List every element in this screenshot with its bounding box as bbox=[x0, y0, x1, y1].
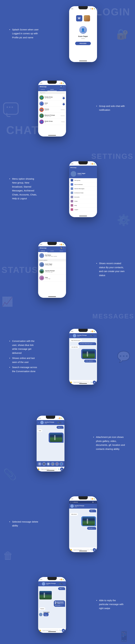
status-screen: WhatsApp ✏️ ⋮ STATUS CHATS CALLS bbox=[38, 246, 66, 298]
chat-messages: Hey! ✓✓ Hello bbox=[36, 425, 64, 461]
msg-image bbox=[50, 433, 62, 442]
reply-phone: 9:41 ▪▪ 📶 🔋 ← Aashka Primaya online 📹 📞 … bbox=[38, 577, 66, 633]
status-phone: 9:41 ▪▪ 📶 🔋 WhatsApp ✏️ ⋮ STATUS CHATS C… bbox=[38, 242, 66, 298]
msg-in: Thanks! bbox=[39, 608, 46, 610]
menu-item-logout[interactable]: Logout bbox=[69, 208, 97, 212]
my-status-info: My Status Tap to add status update bbox=[45, 254, 65, 257]
attach-gif[interactable]: 🎭 bbox=[51, 462, 54, 466]
msg-image bbox=[82, 350, 95, 358]
send-button[interactable]: ▶ bbox=[60, 468, 64, 471]
section-status: STATUS 📈 9:41 ▪▪ 📶 🔋 WhatsApp ✏️ ⋮ STAT bbox=[0, 230, 135, 310]
tab-chats[interactable]: CHATS bbox=[48, 250, 57, 252]
msg-in-1: I am also fine. bbox=[70, 346, 79, 348]
msg-out: Hey! ✓✓ bbox=[89, 510, 96, 512]
chat-meta: 10:30 3 bbox=[62, 96, 65, 99]
tab-status[interactable]: STATUS bbox=[38, 250, 48, 252]
login-phone: 9:41 ▪▪▪ 📶 🔋 W 👤 Azam Sagar Online PROCE… bbox=[69, 6, 97, 62]
tab-chats[interactable]: CHATS bbox=[48, 88, 57, 91]
message-icon: 💬 bbox=[117, 350, 130, 363]
menu-user-name: Azam Sagar Available bbox=[78, 173, 86, 175]
chat-item-2[interactable]: 👥 Friends Haha lol Yesterday bbox=[38, 107, 66, 113]
status-description: Shoes recent created status By your cont… bbox=[96, 261, 127, 278]
topbar-icons: 📹 📞 ⋮ bbox=[90, 335, 96, 336]
msg-in-image bbox=[39, 591, 52, 600]
menu-item-help[interactable]: Help bbox=[69, 203, 97, 208]
proceed-button[interactable]: PROCEED bbox=[75, 42, 91, 45]
menu-item-starred[interactable]: Starred Messages bbox=[69, 186, 97, 191]
message-input-bar: 😊 Type a message... 📎 ▶ bbox=[69, 547, 97, 552]
chat-item-3[interactable]: 👤 Bhavesh Primaya See you soon Yesterday bbox=[38, 113, 66, 119]
messages-screen: ← Aashka Primaya online 📹 📞 ⋮ Hey! How a… bbox=[69, 333, 97, 385]
menu-avatar-area: Azam Sagar Available bbox=[69, 170, 97, 178]
attach-contact[interactable]: 👤 bbox=[60, 462, 63, 466]
home-bar bbox=[48, 632, 56, 632]
attach-location[interactable]: 📍 bbox=[55, 462, 59, 466]
msg-out-1 bbox=[81, 349, 96, 359]
messages-watermark: MESSAGES bbox=[92, 312, 134, 320]
send-button[interactable]: ▶ bbox=[93, 548, 96, 552]
phone-notch bbox=[46, 416, 55, 419]
home-bar bbox=[79, 551, 87, 551]
chat-description: Group and solo chat with notification bbox=[96, 104, 127, 113]
phone-notch bbox=[48, 242, 57, 245]
tab-status[interactable]: STATUS bbox=[38, 88, 48, 91]
attach-gallery[interactable]: 🖼 bbox=[38, 462, 42, 466]
status-contact-0[interactable]: Azam Sagar 3 minutes ago bbox=[38, 261, 66, 268]
contact-info: Aashka Primaya online bbox=[77, 334, 89, 337]
chat-item-4[interactable]: 👥 Nilufar Group Ok Monday bbox=[38, 119, 66, 125]
chat-avatar: 👥 bbox=[39, 108, 44, 112]
msg-image-selected bbox=[82, 517, 95, 526]
phone-notch bbox=[48, 577, 57, 580]
menu-item-broadcast[interactable]: New broadcast bbox=[69, 182, 97, 186]
login-description: Splash Screen when user Logged in comes … bbox=[8, 28, 39, 41]
send-button[interactable]: ▶ bbox=[93, 381, 96, 384]
chat-search[interactable]: 🔍 Search bbox=[39, 92, 65, 94]
delete-description: Selected message delete ability bbox=[8, 520, 39, 529]
section-delete: Selected message delete ability 9:41 ▪▪ … bbox=[0, 484, 135, 564]
msg-image bbox=[39, 591, 52, 600]
chat-tabs: STATUS CHATS CALLS bbox=[38, 88, 66, 91]
attach-document[interactable]: 📄 bbox=[46, 462, 50, 466]
topbar-icons: 🔍 ⋮ bbox=[60, 86, 64, 88]
reply-messages: Hey! ✓✓ Aashka Primaya 📷 Photo bbox=[38, 586, 66, 628]
section-reply: 9:41 ▪▪ 📶 🔋 ← Aashka Primaya online 📹 📞 … bbox=[0, 564, 135, 644]
chat-avatar: 👥 bbox=[39, 96, 44, 100]
msg-out-2: See you! ✓✓ bbox=[87, 527, 96, 530]
menu-header: WhatsApp bbox=[69, 166, 97, 170]
tab-calls[interactable]: CALLS bbox=[57, 250, 66, 252]
chat-item-1[interactable]: 👤 Azam Hey! 9:15 1 bbox=[38, 101, 66, 107]
chat-watermark: CHAT bbox=[6, 124, 39, 136]
menu-item-accounts[interactable]: Accounts bbox=[69, 195, 97, 199]
status-contact-2[interactable]: Zara 1 hour ago bbox=[38, 275, 66, 281]
login-screen: W 👤 Azam Sagar Online PROCEED bbox=[69, 10, 97, 62]
page-wrapper: Splash Screen when user Logged in comes … bbox=[0, 0, 135, 644]
menu-item-new-group[interactable]: New group bbox=[69, 178, 97, 182]
chat-screen: WhatsApp 🔍 ⋮ STATUS CHATS CALLS 🔍 Search… bbox=[38, 85, 66, 136]
my-status[interactable]: My Status Tap to add status update bbox=[38, 252, 66, 259]
menu-item-archived[interactable]: Archieved Chats bbox=[69, 191, 97, 195]
contact-info: Aashka Primaya online bbox=[45, 422, 56, 424]
status-tabs: STATUS CHATS CALLS bbox=[38, 250, 66, 252]
phone-notch bbox=[78, 329, 88, 332]
phone-notch bbox=[48, 81, 57, 84]
status-contact-1[interactable]: Ayesha Primaya 10 minutes ago bbox=[38, 268, 66, 275]
home-bar bbox=[48, 135, 56, 136]
tab-calls[interactable]: CALLS bbox=[57, 88, 66, 91]
chat-meta: Yesterday bbox=[60, 109, 65, 110]
message-input-bar: 😊 Type a message... 📎 ▶ bbox=[36, 467, 64, 472]
send-button[interactable]: ▶ bbox=[62, 629, 65, 632]
section-attachment: 📎 9:41 ▪▪ 📶 🔋 ← Aashka Primaya online 📹 bbox=[0, 403, 135, 484]
messages-description: Conversation with the user, shows blue t… bbox=[8, 339, 39, 374]
my-status-ring bbox=[39, 253, 44, 258]
menu-item-chats[interactable]: Chats bbox=[69, 199, 97, 203]
app-logo: W bbox=[76, 15, 82, 22]
chat-info: Bhavesh Primaya See you soon bbox=[45, 114, 60, 117]
chat-phone: 9:41 ▪▪ 📶 🔋 WhatsApp 🔍 ⋮ STATUS CHATS CA… bbox=[38, 81, 66, 136]
section-messages: Conversation with the user, shows blue t… bbox=[0, 310, 135, 403]
attach-video[interactable]: 🎥 bbox=[42, 462, 46, 466]
chat-item-0[interactable]: 👥 Family Group You: Ok sure 10:30 3 bbox=[38, 94, 66, 101]
msg-out-2: At the waterfall ✓✓ bbox=[84, 360, 96, 362]
chat-meta: Yesterday bbox=[60, 115, 65, 116]
settings-watermark: SETTINGS bbox=[91, 152, 134, 160]
msg-selected[interactable] bbox=[81, 516, 96, 526]
